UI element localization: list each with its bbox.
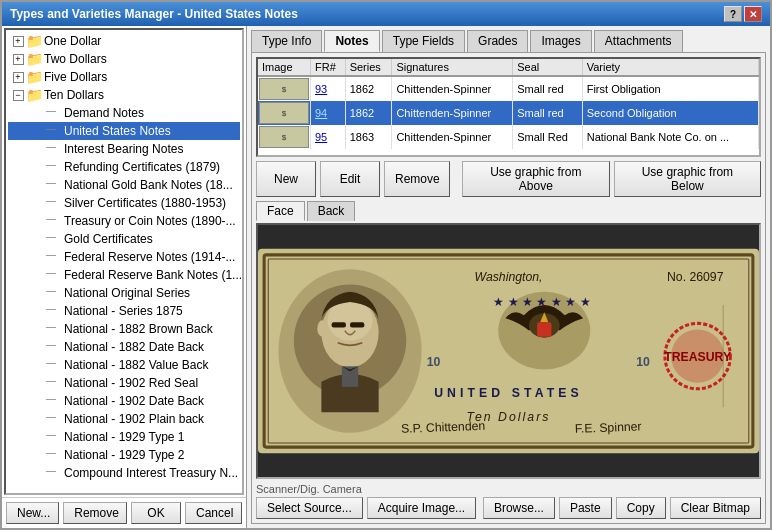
close-button[interactable]: ✕ xyxy=(744,6,762,22)
leaf-icon: — xyxy=(46,357,62,373)
tree-label-national-1875: National - Series 1875 xyxy=(64,304,183,318)
table-row[interactable]: $931862Chittenden-SpinnerSmall redFirst … xyxy=(258,76,759,101)
seal-cell: Small red xyxy=(513,76,583,101)
cancel-button[interactable]: Cancel xyxy=(185,502,242,524)
bottom-buttons: New... Remove OK Cancel xyxy=(2,497,246,528)
scanner-row: Select Source... Acquire Image... Browse… xyxy=(256,497,761,519)
leaf-icon: — xyxy=(46,141,62,157)
note-thumb-cell: $ xyxy=(258,125,311,149)
svg-text:★ ★ ★ ★ ★ ★ ★: ★ ★ ★ ★ ★ ★ ★ xyxy=(493,295,590,309)
svg-text:10: 10 xyxy=(636,355,650,369)
col-variety[interactable]: Variety xyxy=(582,59,758,76)
leaf-icon: — xyxy=(46,123,62,139)
action-edit-button[interactable]: Edit xyxy=(320,161,380,197)
use-below-button[interactable]: Use graphic from Below xyxy=(614,161,761,197)
tab-grades[interactable]: Grades xyxy=(467,30,528,52)
tree-label-national-1902-date: National - 1902 Date Back xyxy=(64,394,204,408)
col-image[interactable]: Image xyxy=(258,59,311,76)
tree-item-national-1929-type2[interactable]: —National - 1929 Type 2 xyxy=(8,446,240,464)
notes-table-wrapper[interactable]: Image FR# Series Signatures Seal Variety… xyxy=(256,57,761,157)
tree-item-national-original[interactable]: —National Original Series xyxy=(8,284,240,302)
image-tab-back[interactable]: Back xyxy=(307,201,356,221)
tree-item-national-1882-brown[interactable]: —National - 1882 Brown Back xyxy=(8,320,240,338)
col-series[interactable]: Series xyxy=(345,59,392,76)
tree-expand-placeholder xyxy=(30,393,46,409)
tree-item-national-1902-date[interactable]: —National - 1902 Date Back xyxy=(8,392,240,410)
tree-item-united-states-notes[interactable]: —United States Notes xyxy=(8,122,240,140)
tree-item-five-dollars[interactable]: +📁Five Dollars xyxy=(8,68,240,86)
tree-expand-placeholder xyxy=(30,249,46,265)
tree-item-national-1882-value[interactable]: —National - 1882 Value Back xyxy=(8,356,240,374)
signatures-cell: Chittenden-Spinner xyxy=(392,76,513,101)
tree-item-national-gold-bank[interactable]: —National Gold Bank Notes (18... xyxy=(8,176,240,194)
folder-icon: 📁 xyxy=(26,51,42,67)
acquire-button[interactable]: Acquire Image... xyxy=(367,497,476,519)
note-thumb-cell: $ xyxy=(258,101,311,125)
tab-attachments[interactable]: Attachments xyxy=(594,30,683,52)
tree-item-national-1929-type1[interactable]: —National - 1929 Type 1 xyxy=(8,428,240,446)
tree-expand-placeholder xyxy=(30,105,46,121)
svg-rect-18 xyxy=(537,322,551,336)
tab-type-fields[interactable]: Type Fields xyxy=(382,30,465,52)
tree-expand-placeholder xyxy=(30,447,46,463)
tree-item-national-1875[interactable]: —National - Series 1875 xyxy=(8,302,240,320)
copy-button[interactable]: Copy xyxy=(616,497,666,519)
tab-type-info[interactable]: Type Info xyxy=(251,30,322,52)
leaf-icon: — xyxy=(46,465,62,481)
browse-button[interactable]: Browse... xyxy=(483,497,555,519)
tree-item-compound-interest[interactable]: —Compound Interest Treasury N... xyxy=(8,464,240,482)
action-remove-button[interactable]: Remove xyxy=(384,161,450,197)
tree-item-national-1882-date[interactable]: —National - 1882 Date Back xyxy=(8,338,240,356)
banknote-image-display: Washington, No. 26097 10 10 xyxy=(256,223,761,479)
tree-item-silver-cert[interactable]: —Silver Certificates (1880-1953) xyxy=(8,194,240,212)
svg-text:Washington,: Washington, xyxy=(475,270,543,284)
remove-button[interactable]: Remove xyxy=(63,502,127,524)
tree-item-national-1902-plain[interactable]: —National - 1902 Plain back xyxy=(8,410,240,428)
tree-item-gold-cert[interactable]: —Gold Certificates xyxy=(8,230,240,248)
tree-expand-one-dollar[interactable]: + xyxy=(10,33,26,49)
tree-item-demand-notes[interactable]: —Demand Notes xyxy=(8,104,240,122)
tree-item-treasury-coin[interactable]: —Treasury or Coin Notes (1890-... xyxy=(8,212,240,230)
fr-number[interactable]: 94 xyxy=(311,101,346,125)
banknote-svg: Washington, No. 26097 10 10 xyxy=(258,225,759,477)
tree-expand-ten-dollars[interactable]: − xyxy=(10,87,26,103)
signatures-cell: Chittenden-Spinner xyxy=(392,101,513,125)
help-button[interactable]: ? xyxy=(724,6,742,22)
col-fr[interactable]: FR# xyxy=(311,59,346,76)
paste-button[interactable]: Paste xyxy=(559,497,612,519)
tree-item-ten-dollars[interactable]: −📁Ten Dollars xyxy=(8,86,240,104)
tree-item-one-dollar[interactable]: +📁One Dollar xyxy=(8,32,240,50)
main-content: +📁One Dollar+📁Two Dollars+📁Five Dollars−… xyxy=(2,26,770,528)
col-seal[interactable]: Seal xyxy=(513,59,583,76)
new-button[interactable]: New... xyxy=(6,502,59,524)
tab-images[interactable]: Images xyxy=(530,30,591,52)
fr-number[interactable]: 93 xyxy=(311,76,346,101)
tree-expand-placeholder xyxy=(30,285,46,301)
tree-label-national-1882-date: National - 1882 Date Back xyxy=(64,340,204,354)
action-new-button[interactable]: New xyxy=(256,161,316,197)
tree-item-federal-reserve-1914[interactable]: —Federal Reserve Notes (1914-... xyxy=(8,248,240,266)
tree-expand-placeholder xyxy=(30,375,46,391)
leaf-icon: — xyxy=(46,429,62,445)
fr-number[interactable]: 95 xyxy=(311,125,346,149)
table-row[interactable]: $941862Chittenden-SpinnerSmall redSecond… xyxy=(258,101,759,125)
col-signatures[interactable]: Signatures xyxy=(392,59,513,76)
tree-item-two-dollars[interactable]: +📁Two Dollars xyxy=(8,50,240,68)
folder-icon: 📁 xyxy=(26,33,42,49)
image-tab-face[interactable]: Face xyxy=(256,201,305,221)
select-source-button[interactable]: Select Source... xyxy=(256,497,363,519)
tree-item-federal-reserve-bank[interactable]: —Federal Reserve Bank Notes (1... xyxy=(8,266,240,284)
tree-container[interactable]: +📁One Dollar+📁Two Dollars+📁Five Dollars−… xyxy=(4,28,244,495)
clear-bitmap-button[interactable]: Clear Bitmap xyxy=(670,497,761,519)
tab-notes[interactable]: Notes xyxy=(324,30,379,52)
left-panel: +📁One Dollar+📁Two Dollars+📁Five Dollars−… xyxy=(2,26,247,528)
tree-label-national-original: National Original Series xyxy=(64,286,190,300)
table-row[interactable]: $951863Chittenden-SpinnerSmall RedNation… xyxy=(258,125,759,149)
tree-item-refunding-1879[interactable]: —Refunding Certificates (1879) xyxy=(8,158,240,176)
ok-button[interactable]: OK xyxy=(131,502,181,524)
use-above-button[interactable]: Use graphic from Above xyxy=(462,161,610,197)
tree-item-national-1902-red[interactable]: —National - 1902 Red Seal xyxy=(8,374,240,392)
tree-expand-five-dollars[interactable]: + xyxy=(10,69,26,85)
tree-expand-two-dollars[interactable]: + xyxy=(10,51,26,67)
tree-item-interest-bearing-notes[interactable]: —Interest Bearing Notes xyxy=(8,140,240,158)
